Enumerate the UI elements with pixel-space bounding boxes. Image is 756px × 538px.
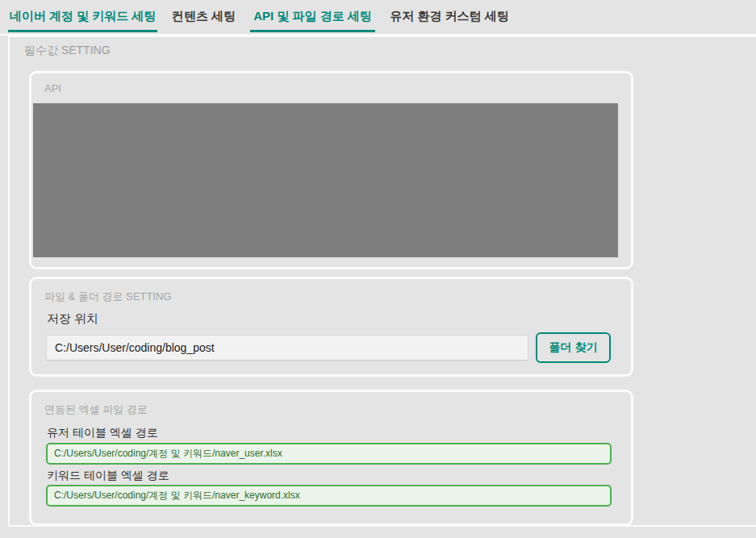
tab-user-env-custom-settings[interactable]: 유저 환경 커스텀 세팅 [385,5,514,32]
api-group-title: API [44,82,61,94]
tab-api-file-path-settings[interactable]: API 및 파일 경로 세팅 [250,5,375,32]
required-settings-title: 필수값 SETTING [24,44,111,58]
tab-naver-account-keyword-settings[interactable]: 네이버 계정 및 키워드 세팅 [8,5,157,32]
keyword-table-excel-path-label: 키워드 테이블 엑셀 경로 [47,469,169,483]
tab-content-settings[interactable]: 컨텐츠 세팅 [165,5,242,32]
folder-browse-button[interactable]: 폴더 찾기 [536,332,611,363]
tab-bar: 네이버 계정 및 키워드 세팅 컨텐츠 세팅 API 및 파일 경로 세팅 유저… [0,0,756,34]
user-table-excel-path-input[interactable] [46,443,612,465]
file-folder-path-group-title: 파일 & 폴더 경로 SETTING [44,290,171,304]
api-masked-area [33,103,618,257]
save-location-label: 저장 위치 [47,311,98,327]
user-table-excel-path-label: 유저 테이블 엑셀 경로 [47,426,158,440]
keyword-table-excel-path-input[interactable] [46,485,612,507]
linked-excel-path-group-title: 연동된 엑셀 파일 경로 [44,402,148,417]
save-location-input[interactable] [46,335,528,361]
